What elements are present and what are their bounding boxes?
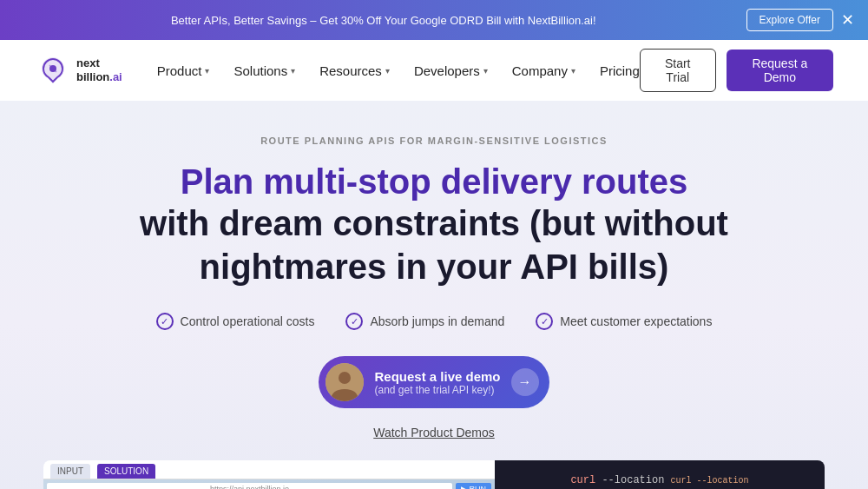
nav-actions: Start Trial Request a Demo [640, 49, 833, 92]
hero-title-purple: Plan multi-stop delivery routes [181, 162, 688, 202]
feature-2: ✓ Absorb jumps in demand [345, 313, 504, 330]
chevron-down-icon: ▾ [205, 66, 209, 76]
feature-2-label: Absorb jumps in demand [370, 314, 504, 328]
avatar [326, 363, 364, 401]
logo-billion: billion.ai [76, 70, 122, 84]
check-icon-1: ✓ [156, 313, 174, 330]
logo-next: next [76, 56, 122, 70]
cta-live-demo-button[interactable]: Request a live demo (and get the trial A… [319, 356, 549, 408]
code-line-1: curl --location curl --location 'https:/… [509, 472, 811, 489]
logo[interactable]: next billion.ai [35, 52, 122, 89]
map-body: https://api.nextbillion.io ▶ RUN [43, 479, 495, 489]
input-tab[interactable]: INPUT [50, 464, 90, 479]
feature-1: ✓ Control operational costs [156, 313, 315, 330]
hero-section: ROUTE PLANNING APIs FOR MARGIN-SENSITIVE… [0, 101, 868, 489]
logo-icon [35, 52, 71, 89]
map-url-bar: https://api.nextbillion.io [47, 483, 452, 489]
cta-arrow-icon: → [511, 368, 539, 396]
banner-text: Better APIs, Better Savings – Get 30% Of… [35, 14, 733, 27]
preview-area: INPUT SOLUTION https://api.nextbillion.i… [43, 460, 825, 489]
map-tabs: INPUT SOLUTION [43, 460, 495, 479]
banner-close-button[interactable]: ✕ [841, 12, 854, 28]
nav-pricing[interactable]: Pricing [600, 63, 640, 78]
check-icon-3: ✓ [536, 313, 553, 330]
solution-tab[interactable]: SOLUTION [97, 464, 155, 479]
hero-title-dark: with dream constraints (but without nigh… [140, 202, 728, 288]
feature-1-label: Control operational costs [181, 314, 315, 328]
chevron-down-icon: ▾ [385, 66, 390, 76]
feature-3-label: Meet customer expectations [560, 314, 712, 328]
start-trial-button[interactable]: Start Trial [640, 49, 716, 92]
top-banner: Better APIs, Better Savings – Get 30% Of… [0, 0, 868, 40]
nav-links: Product ▾ Solutions ▾ Resources ▾ Develo… [157, 63, 640, 78]
preview-map: INPUT SOLUTION https://api.nextbillion.i… [43, 460, 495, 489]
feature-3: ✓ Meet customer expectations [536, 313, 712, 330]
nav-company[interactable]: Company ▾ [512, 63, 575, 78]
check-icon-2: ✓ [345, 313, 363, 330]
chevron-down-icon: ▾ [571, 66, 575, 76]
hero-features: ✓ Control operational costs ✓ Absorb jum… [156, 313, 713, 330]
explore-offer-button[interactable]: Explore Offer [746, 9, 833, 31]
nav-product[interactable]: Product ▾ [157, 63, 210, 78]
chevron-down-icon: ▾ [483, 66, 488, 76]
cta-main-text: Request a live demo [374, 369, 500, 384]
request-demo-button[interactable]: Request a Demo [727, 50, 833, 91]
watch-demos-link[interactable]: Watch Product Demos [373, 426, 495, 439]
svg-point-2 [339, 372, 351, 384]
run-button[interactable]: ▶ RUN [456, 483, 491, 489]
chevron-down-icon: ▾ [291, 66, 295, 76]
navbar: next billion.ai Product ▾ Solutions ▾ Re… [0, 40, 868, 101]
nav-solutions[interactable]: Solutions ▾ [233, 63, 295, 78]
code-preview: curl --location curl --location 'https:/… [495, 460, 825, 489]
hero-tag: ROUTE PLANNING APIs FOR MARGIN-SENSITIVE… [260, 135, 608, 146]
nav-developers[interactable]: Developers ▾ [414, 63, 488, 78]
nav-resources[interactable]: Resources ▾ [319, 63, 390, 78]
cta-sub-text: (and get the trial API key!) [374, 384, 500, 396]
